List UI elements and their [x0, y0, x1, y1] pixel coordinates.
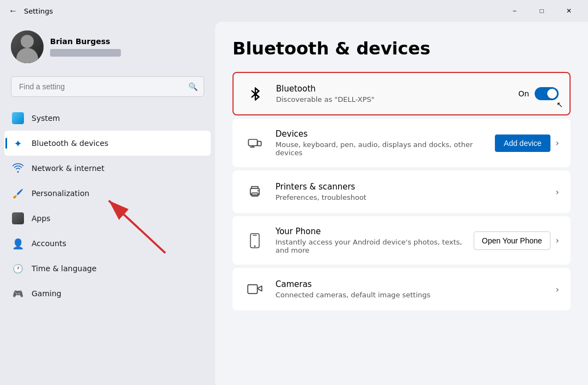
sidebar-item-time[interactable]: 🕐 Time & language: [4, 256, 211, 281]
accounts-icon: 👤: [12, 237, 24, 249]
devices-card-text: Devices Mouse, keyboard, pen, audio, dis…: [275, 129, 485, 157]
sidebar-item-bluetooth[interactable]: ✦ Bluetooth & devices: [4, 131, 211, 156]
gaming-icon: 🎮: [12, 288, 24, 300]
sidebar-item-system[interactable]: System: [4, 106, 211, 131]
printers-card-icon: [244, 181, 266, 203]
sidebar-item-label-bluetooth: Bluetooth & devices: [32, 139, 108, 148]
devices-card-title: Devices: [275, 129, 485, 139]
phone-card[interactable]: Your Phone Instantly access your Android…: [232, 216, 571, 265]
sidebar-item-label-accounts: Accounts: [32, 239, 66, 248]
bluetooth-card-subtitle: Discoverable as "DELL-XPS": [276, 95, 509, 103]
content-area: Bluetooth & devices Bluetooth Discoverab…: [215, 22, 588, 385]
titlebar-left: ← Settings: [7, 4, 53, 18]
search-input[interactable]: [11, 76, 204, 97]
nav-list: System ✦ Bluetooth & devices Network & i…: [0, 106, 215, 306]
user-info: Brian Burgess: [50, 37, 121, 57]
sidebar-item-label-time: Time & language: [32, 264, 96, 273]
add-device-button[interactable]: Add device: [495, 135, 550, 152]
bluetooth-card-right: On: [518, 87, 559, 100]
user-name: Brian Burgess: [50, 37, 121, 46]
printers-card-text: Printers & scanners Preferences, trouble…: [275, 182, 546, 201]
bluetooth-toggle[interactable]: [535, 87, 559, 100]
network-icon: [12, 162, 24, 174]
bluetooth-card-icon: [244, 83, 266, 105]
cameras-card-title: Cameras: [275, 279, 546, 289]
printers-card-right: ›: [556, 187, 559, 197]
toggle-label: On: [518, 89, 529, 98]
cameras-card-right: ›: [556, 284, 559, 295]
phone-card-subtitle: Instantly access your Android device's p…: [275, 238, 464, 254]
search-icon: 🔍: [188, 82, 198, 91]
sidebar: Brian Burgess 🔍 System ✦ Bluetooth & dev…: [0, 22, 215, 385]
page-title: Bluetooth & devices: [232, 38, 571, 59]
svg-rect-10: [248, 285, 258, 294]
sidebar-item-label-apps: Apps: [32, 214, 51, 223]
avatar: [11, 30, 44, 63]
bluetooth-icon: ✦: [12, 137, 24, 149]
printers-card-subtitle: Preferences, troubleshoot: [275, 193, 546, 201]
sidebar-item-label-network: Network & internet: [32, 164, 105, 173]
printers-card[interactable]: Printers & scanners Preferences, trouble…: [232, 170, 571, 213]
time-icon: 🕐: [12, 262, 24, 274]
cameras-card-icon: [244, 278, 266, 300]
titlebar-title: Settings: [24, 7, 53, 15]
apps-icon: [12, 212, 24, 224]
cameras-card-text: Cameras Connected cameras, default image…: [275, 279, 546, 299]
phone-card-icon: [244, 230, 266, 252]
devices-card-icon: [244, 132, 266, 154]
system-icon: [12, 112, 24, 124]
sidebar-item-gaming[interactable]: 🎮 Gaming: [4, 281, 211, 306]
cameras-card[interactable]: Cameras Connected cameras, default image…: [232, 268, 571, 310]
phone-card-right: Open Your Phone ›: [474, 231, 559, 250]
titlebar: ← Settings − □ ✕: [0, 0, 588, 22]
devices-card-right: Add device ›: [495, 135, 559, 152]
close-button[interactable]: ✕: [556, 2, 581, 20]
app-body: Brian Burgess 🔍 System ✦ Bluetooth & dev…: [0, 22, 588, 385]
bluetooth-card-text: Bluetooth Discoverable as "DELL-XPS": [276, 84, 509, 103]
titlebar-controls: − □ ✕: [502, 2, 581, 20]
sidebar-item-personalization[interactable]: 🖌️ Personalization: [4, 181, 211, 206]
bluetooth-card-title: Bluetooth: [276, 84, 509, 94]
sidebar-item-label-personalization: Personalization: [32, 189, 89, 198]
svg-point-8: [254, 245, 256, 247]
phone-card-title: Your Phone: [275, 227, 464, 236]
sidebar-item-label-gaming: Gaming: [32, 289, 62, 298]
bluetooth-card[interactable]: Bluetooth Discoverable as "DELL-XPS" On: [232, 72, 571, 115]
user-email-blurred: [50, 49, 121, 57]
svg-rect-2: [248, 139, 257, 146]
printers-card-title: Printers & scanners: [275, 182, 546, 192]
sidebar-item-network[interactable]: Network & internet: [4, 156, 211, 181]
cameras-chevron: ›: [556, 284, 559, 295]
cameras-card-subtitle: Connected cameras, default image setting…: [275, 291, 546, 299]
toggle-thumb: [547, 89, 557, 99]
personalization-icon: 🖌️: [12, 187, 24, 199]
phone-chevron: ›: [556, 235, 559, 246]
svg-rect-3: [258, 141, 261, 145]
svg-point-6: [258, 190, 259, 191]
devices-card[interactable]: Devices Mouse, keyboard, pen, audio, dis…: [232, 119, 571, 167]
phone-card-text: Your Phone Instantly access your Android…: [275, 227, 464, 254]
search-box: 🔍: [11, 76, 204, 97]
sidebar-item-apps[interactable]: Apps: [4, 206, 211, 231]
back-button[interactable]: ←: [7, 4, 20, 18]
printers-chevron: ›: [556, 187, 559, 197]
open-phone-button[interactable]: Open Your Phone: [474, 231, 550, 250]
user-section: Brian Burgess: [0, 22, 215, 74]
devices-chevron: ›: [556, 138, 559, 148]
avatar-image: [11, 30, 44, 63]
minimize-button[interactable]: −: [502, 2, 527, 20]
devices-card-subtitle: Mouse, keyboard, pen, audio, displays an…: [275, 140, 485, 157]
sidebar-item-label-system: System: [32, 114, 60, 123]
maximize-button[interactable]: □: [529, 2, 554, 20]
sidebar-item-accounts[interactable]: 👤 Accounts: [4, 231, 211, 256]
